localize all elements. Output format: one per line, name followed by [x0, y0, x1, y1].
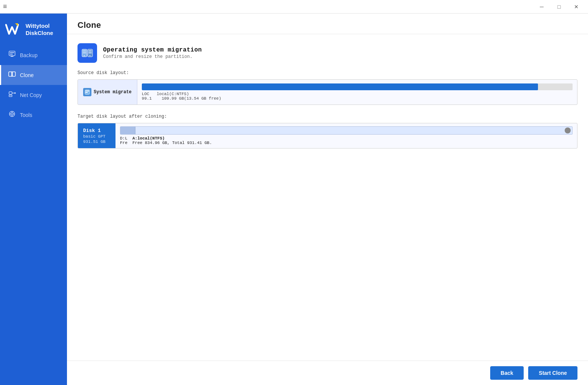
target-free-label: Fre: [120, 141, 128, 145]
svg-point-26: [90, 55, 91, 56]
svg-point-25: [84, 55, 85, 56]
target-disk-bar-cell: D:L A:local(NTFS) Fre Free 834.96 GB, To…: [115, 123, 577, 148]
svg-rect-22: [83, 52, 86, 53]
operation-icon: [77, 43, 97, 63]
operation-header: Operating system migration Confirm and r…: [77, 43, 577, 63]
target-main-partition: [135, 127, 572, 134]
close-button[interactable]: ✕: [568, 0, 585, 14]
svg-rect-28: [85, 91, 89, 91]
target-small-partition: [120, 127, 135, 134]
sidebar: Wittytool DiskClone Backup: [0, 14, 67, 385]
target-disk-row: Disk 1 basic GPT 931.51 GB D:L A:local(N…: [78, 123, 577, 148]
svg-rect-24: [88, 52, 92, 53]
target-disk-name: Disk 1: [83, 128, 110, 133]
titlebar: ≡ ─ □ ✕: [0, 0, 588, 14]
main-header: Clone: [67, 14, 588, 34]
menu-icon[interactable]: ≡: [3, 3, 7, 11]
window-controls: ─ □ ✕: [533, 0, 585, 14]
source-disk-bar-fill: [142, 83, 538, 90]
target-disk-layout: Disk 1 basic GPT 931.51 GB D:L A:local(N…: [77, 123, 577, 149]
target-drive-details: Free 834.96 GB, Total 931.41 GB.: [132, 141, 212, 145]
source-disk-icon: [83, 88, 91, 96]
svg-rect-10: [9, 95, 12, 97]
svg-rect-5: [11, 56, 14, 57]
source-disk-name: System migrate: [94, 89, 132, 95]
target-disk-bar-track: [120, 126, 573, 135]
backup-icon: [8, 50, 16, 60]
target-section-label: Target disk layout after cloning:: [77, 114, 577, 119]
svg-rect-4: [10, 54, 13, 55]
target-resize-handle[interactable]: [565, 127, 571, 133]
source-disk-label-cell: System migrate: [78, 80, 137, 105]
app-body: Wittytool DiskClone Backup: [0, 14, 588, 385]
logo-text: Wittytool DiskClone: [26, 22, 53, 37]
logo-area: Wittytool DiskClone: [0, 14, 67, 45]
sidebar-item-tools[interactable]: Tools: [0, 105, 67, 125]
svg-rect-21: [83, 50, 86, 52]
target-disk-size: 931.51 GB: [83, 139, 110, 144]
logo-line2: DiskClone: [26, 29, 53, 37]
source-disk-layout: System migrate LOC local(C:NTFS) 99.1: [77, 79, 577, 105]
source-disk-bar-track: [142, 83, 573, 90]
svg-rect-23: [88, 50, 92, 52]
back-button[interactable]: Back: [490, 366, 524, 380]
sidebar-item-tools-label: Tools: [20, 112, 32, 118]
target-drive-name: A:local(NTFS): [132, 136, 165, 141]
minimize-button[interactable]: ─: [533, 0, 550, 14]
page-title: Clone: [77, 20, 577, 30]
operation-text: Operating system migration Confirm and r…: [103, 47, 202, 59]
sidebar-item-clone[interactable]: Clone: [0, 65, 67, 85]
target-disk-info: D:L A:local(NTFS) Fre Free 834.96 GB, To…: [120, 136, 573, 145]
source-section-label: Source disk layout:: [77, 70, 577, 76]
start-clone-button[interactable]: Start Clone: [528, 366, 577, 380]
main-content: Clone: [67, 14, 588, 385]
svg-point-12: [14, 92, 16, 94]
source-disk-bar-cell: LOC local(C:NTFS) 99.1 109.99 GB(13.54 G…: [137, 80, 577, 105]
svg-rect-9: [9, 92, 12, 94]
maximize-button[interactable]: □: [550, 0, 568, 14]
sidebar-item-netcopy[interactable]: Net Copy: [0, 85, 67, 105]
svg-rect-3: [10, 52, 14, 53]
target-disk-label-cell: Disk 1 basic GPT 931.51 GB: [78, 123, 115, 148]
app-logo-icon: [4, 20, 22, 38]
sidebar-item-backup[interactable]: Backup: [0, 45, 67, 65]
operation-title: Operating system migration: [103, 47, 202, 53]
tools-icon: [8, 110, 16, 120]
footer: Back Start Clone: [67, 361, 588, 385]
logo-line1: Wittytool: [26, 22, 53, 30]
svg-point-14: [11, 113, 13, 115]
sidebar-item-clone-label: Clone: [20, 72, 34, 78]
target-drive-label: D:L: [120, 136, 128, 141]
content-area: Operating system migration Confirm and r…: [67, 34, 588, 361]
netcopy-icon: [8, 90, 16, 100]
svg-rect-2: [9, 51, 15, 56]
source-disk-info: LOC local(C:NTFS) 99.1 109.99 GB(13.54 G…: [142, 92, 573, 101]
clone-icon: [8, 70, 16, 80]
sidebar-item-backup-label: Backup: [20, 52, 38, 58]
svg-rect-29: [85, 92, 88, 93]
source-disk-row: System migrate LOC local(C:NTFS) 99.1: [78, 80, 577, 105]
operation-subtitle: Confirm and resize the partition.: [103, 54, 202, 59]
sidebar-item-netcopy-label: Net Copy: [20, 92, 42, 98]
target-disk-type: basic GPT: [83, 134, 110, 139]
sidebar-nav: Backup Clone: [0, 45, 67, 125]
